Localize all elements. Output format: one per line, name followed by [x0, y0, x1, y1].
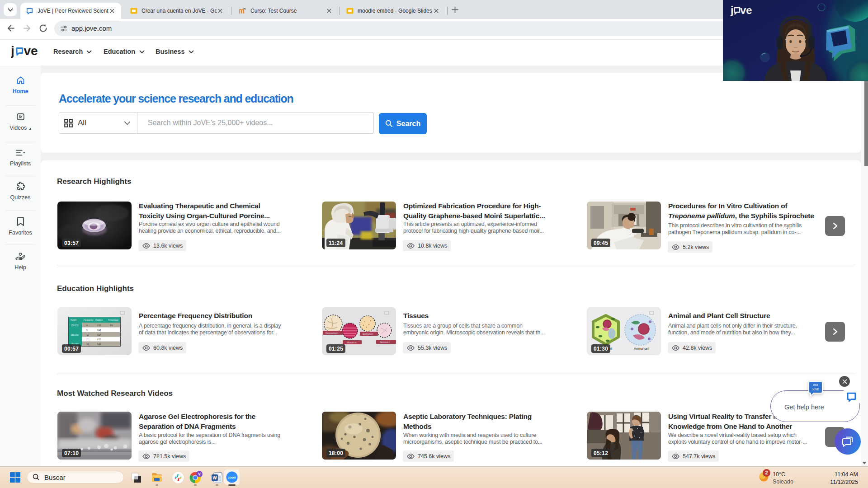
svg-text:Nervous t.: Nervous t.	[380, 341, 390, 343]
svg-text:0.24: 0.24	[97, 334, 101, 336]
svg-text:ve: ve	[740, 4, 752, 16]
svg-text:W: W	[212, 475, 217, 480]
svg-text:155-160: 155-160	[71, 334, 79, 336]
svg-text:Frequency: Frequency	[84, 319, 94, 321]
svg-text:zoom: zoom	[228, 476, 236, 479]
svg-text:j: j	[730, 4, 734, 16]
svg-text:Height: Height	[71, 319, 77, 321]
svg-text:JoVE: JoVE	[812, 388, 820, 391]
svg-text:V: V	[198, 472, 201, 476]
svg-text:10: 10	[86, 343, 89, 345]
svg-text:Muscle m.: Muscle m.	[347, 341, 357, 344]
svg-text:11: 11	[86, 338, 89, 341]
svg-text:0.22: 0.22	[97, 338, 101, 341]
svg-text:Ask: Ask	[813, 383, 818, 386]
svg-text:Connective t.: Connective t.	[326, 332, 339, 334]
svg-text:Epithelium: Epithelium	[363, 333, 373, 335]
svg-text:150-155: 150-155	[71, 324, 79, 327]
svg-text:0.08: 0.08	[97, 324, 101, 327]
svg-text:Relative: Relative	[95, 319, 103, 321]
svg-text:0.20: 0.20	[97, 343, 101, 345]
svg-text:12: 12	[86, 334, 89, 336]
svg-text:Percentage: Percentage	[108, 319, 119, 321]
svg-text:8%: 8%	[110, 324, 113, 327]
svg-text:ve: ve	[24, 44, 38, 58]
svg-text:0.18: 0.18	[97, 329, 101, 331]
svg-text:Animal cell: Animal cell	[634, 347, 649, 350]
svg-text:j: j	[11, 44, 14, 58]
